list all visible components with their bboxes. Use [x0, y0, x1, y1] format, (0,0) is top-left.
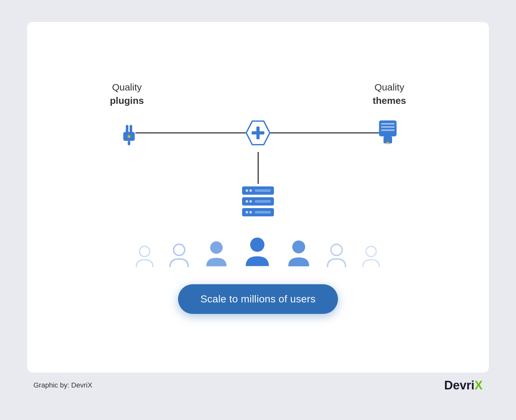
svg-rect-8 — [379, 120, 397, 136]
svg-point-27 — [174, 244, 185, 256]
svg-rect-11 — [381, 129, 395, 131]
svg-point-31 — [331, 244, 342, 256]
footer-credit: Graphic by: DevriX — [33, 381, 92, 389]
plug-icon: ★ — [116, 119, 142, 147]
brush-icon: ★ — [376, 119, 400, 147]
svg-rect-10 — [381, 126, 395, 128]
svg-rect-25 — [255, 211, 271, 214]
svg-text:★: ★ — [385, 140, 390, 146]
svg-point-26 — [140, 246, 150, 257]
main-card: Quality plugins Quality themes — [27, 22, 489, 373]
devrix-x: X — [475, 379, 483, 392]
footer-bar: Graphic by: DevriX DevriX — [27, 373, 489, 398]
diagram: Quality plugins Quality themes — [53, 81, 463, 314]
server-stack-icon — [237, 184, 279, 219]
svg-rect-1 — [126, 125, 128, 133]
svg-rect-3 — [128, 141, 130, 145]
top-labels: Quality plugins Quality themes — [53, 81, 463, 107]
user-icon-3 — [204, 239, 230, 268]
devrix-brand-name: Devri — [444, 379, 475, 392]
devrix-logo: DevriX — [444, 379, 483, 392]
svg-point-20 — [249, 200, 252, 203]
user-icon-6 — [325, 242, 348, 268]
svg-rect-7 — [252, 131, 264, 134]
svg-point-19 — [246, 200, 248, 203]
svg-rect-2 — [130, 125, 132, 133]
themes-label: Quality themes — [373, 81, 406, 107]
svg-rect-9 — [381, 123, 395, 125]
outer-wrapper: Quality plugins Quality themes — [27, 22, 489, 398]
user-icon-5 — [285, 238, 312, 268]
plugins-label: Quality plugins — [110, 81, 144, 107]
svg-point-23 — [246, 211, 248, 214]
svg-point-32 — [366, 246, 376, 257]
svg-text:★: ★ — [126, 133, 132, 140]
user-icon-4 — [242, 235, 273, 268]
user-icon-2 — [168, 242, 191, 268]
svg-point-28 — [210, 241, 223, 254]
svg-point-30 — [292, 241, 305, 254]
scale-cta-button[interactable]: Scale to millions of users — [178, 284, 338, 314]
svg-point-15 — [246, 189, 248, 192]
center-plus-icon — [244, 119, 272, 147]
svg-point-24 — [249, 211, 252, 214]
vertical-line — [258, 152, 259, 184]
svg-point-29 — [250, 237, 264, 252]
svg-rect-21 — [255, 200, 271, 203]
user-icon-7 — [361, 244, 382, 268]
svg-rect-17 — [255, 189, 271, 192]
user-icon-1 — [134, 244, 155, 268]
svg-point-16 — [249, 189, 252, 192]
connector-row: ★ — [53, 114, 463, 152]
users-row — [134, 235, 382, 268]
